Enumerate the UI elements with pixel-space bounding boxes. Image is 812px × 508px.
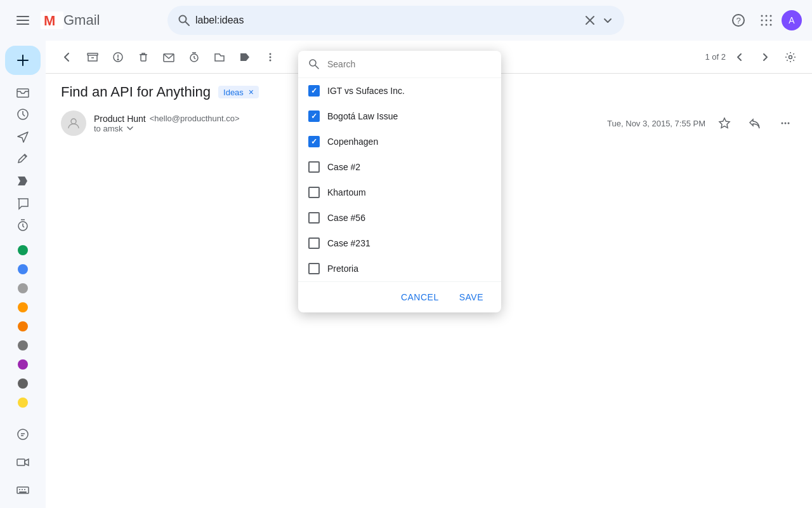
- search-dropdown-icon[interactable]: [601, 14, 614, 27]
- sidebar-item-chat[interactable]: [5, 422, 41, 447]
- label-checkbox[interactable]: [308, 136, 320, 147]
- report-spam-button[interactable]: [107, 46, 129, 69]
- svg-rect-0: [16, 16, 29, 17]
- label-tag-remove-icon[interactable]: ×: [249, 87, 254, 97]
- label-item-text: Pretoria: [327, 264, 491, 274]
- svg-point-45: [785, 123, 787, 124]
- label-list-item[interactable]: Khartoum: [298, 180, 501, 205]
- svg-point-13: [770, 15, 772, 17]
- email-timestamp: Tue, Nov 3, 2015, 7:55 PM: [607, 119, 705, 128]
- label-checkbox[interactable]: [308, 110, 320, 122]
- avatar[interactable]: A: [782, 10, 802, 30]
- svg-point-15: [766, 20, 768, 22]
- label-list-item[interactable]: Case #2: [298, 154, 501, 180]
- pagination: 1 of 2: [705, 46, 802, 69]
- sidebar-item-keyboard[interactable]: [5, 478, 41, 503]
- cancel-button[interactable]: CANCEL: [393, 287, 447, 307]
- dropdown-label-list: IGT vs Sufaces Inc.Bogotá Law IssueCopen…: [298, 78, 501, 281]
- sidebar: [0, 41, 46, 508]
- label-dot-orange2[interactable]: [5, 319, 41, 334]
- sidebar-item-important[interactable]: [5, 171, 41, 192]
- svg-point-35: [117, 58, 119, 60]
- email-subject-text: Find an API for Anything: [61, 84, 211, 100]
- topbar: M Gmail ? A: [0, 0, 812, 41]
- star-button[interactable]: [713, 112, 736, 135]
- label-checkbox[interactable]: [308, 85, 320, 97]
- label-list-item[interactable]: Bogotá Law Issue: [298, 104, 501, 129]
- label-item-text: Copenhagen: [327, 137, 491, 147]
- back-button[interactable]: [56, 46, 79, 69]
- label-button[interactable]: [233, 46, 256, 69]
- delete-button[interactable]: [132, 46, 155, 69]
- archive-button[interactable]: [81, 46, 104, 69]
- label-dot-gray2[interactable]: [5, 338, 41, 353]
- label-checkbox[interactable]: [308, 187, 320, 198]
- menu-icon[interactable]: [10, 8, 36, 33]
- label-dot-orange1[interactable]: [5, 300, 41, 315]
- label-item-text: Case #231: [327, 238, 491, 248]
- more-options-button[interactable]: [259, 46, 282, 69]
- label-list-item[interactable]: Pretoria: [298, 256, 501, 281]
- gmail-wordmark: Gmail: [63, 12, 100, 29]
- label-checkbox[interactable]: [308, 212, 320, 224]
- svg-point-11: [761, 15, 763, 17]
- gmail-m-icon: M: [41, 11, 63, 29]
- settings-button[interactable]: [779, 46, 802, 69]
- sidebar-item-snoozed[interactable]: [5, 104, 41, 124]
- label-item-text: IGT vs Sufaces Inc.: [327, 86, 491, 96]
- label-list-item[interactable]: Case #231: [298, 231, 501, 256]
- dropdown-search-input[interactable]: [327, 59, 491, 69]
- search-input[interactable]: [195, 15, 579, 26]
- save-button[interactable]: SAVE: [452, 287, 491, 307]
- search-icon[interactable]: [178, 14, 190, 27]
- label-dot-yellow[interactable]: [5, 395, 41, 410]
- to-dropdown-icon[interactable]: [126, 124, 134, 133]
- topbar-left: M Gmail: [10, 8, 162, 33]
- compose-button[interactable]: [5, 46, 41, 75]
- label-tag-text: Ideas: [223, 88, 244, 97]
- label-dot-gray3[interactable]: [5, 376, 41, 391]
- label-dropdown: IGT vs Sufaces Inc.Bogotá Law IssueCopen…: [298, 51, 501, 312]
- next-email-button[interactable]: [754, 46, 776, 69]
- svg-line-6: [185, 22, 189, 25]
- snooze-button[interactable]: [183, 46, 206, 69]
- dropdown-footer: CANCEL SAVE: [298, 281, 501, 312]
- prev-email-button[interactable]: [728, 46, 751, 69]
- label-checkbox[interactable]: [308, 161, 320, 173]
- help-icon[interactable]: ?: [726, 8, 751, 33]
- label-list-item[interactable]: Copenhagen: [298, 129, 501, 154]
- svg-point-42: [789, 55, 792, 58]
- sidebar-item-video[interactable]: [5, 450, 41, 475]
- search-bar[interactable]: [167, 6, 624, 35]
- sidebar-item-sent[interactable]: [5, 126, 41, 147]
- label-dot-gray1[interactable]: [5, 281, 41, 296]
- label-dot-green[interactable]: [5, 243, 41, 258]
- clear-search-icon[interactable]: [584, 14, 596, 27]
- dropdown-search-icon: [308, 58, 320, 70]
- label-checkbox[interactable]: [308, 263, 320, 274]
- label-list-item[interactable]: Case #56: [298, 205, 501, 231]
- label-list-item[interactable]: IGT vs Sufaces Inc.: [298, 78, 501, 104]
- svg-rect-26: [17, 459, 25, 465]
- gmail-logo: M Gmail: [41, 11, 100, 29]
- reply-button[interactable]: [743, 112, 766, 135]
- sender-name: Product Hunt: [94, 114, 146, 124]
- svg-point-44: [782, 123, 783, 124]
- sidebar-item-scheduled[interactable]: [5, 215, 41, 236]
- move-to-button[interactable]: [208, 46, 231, 69]
- label-tag-ideas[interactable]: Ideas ×: [218, 86, 259, 98]
- label-checkbox[interactable]: [308, 237, 320, 249]
- label-item-text: Case #2: [327, 162, 491, 172]
- sidebar-item-chats[interactable]: [5, 193, 41, 214]
- svg-line-48: [315, 65, 318, 69]
- label-dot-purple[interactable]: [5, 357, 41, 372]
- svg-rect-32: [88, 53, 98, 55]
- sidebar-item-drafts[interactable]: [5, 149, 41, 170]
- label-dot-blue[interactable]: [5, 262, 41, 277]
- svg-text:M: M: [44, 13, 55, 29]
- mark-unread-button[interactable]: [157, 46, 180, 69]
- apps-icon[interactable]: [754, 8, 779, 33]
- svg-point-40: [270, 56, 272, 58]
- sidebar-item-inbox[interactable]: [5, 81, 41, 102]
- more-email-options-button[interactable]: [774, 112, 797, 135]
